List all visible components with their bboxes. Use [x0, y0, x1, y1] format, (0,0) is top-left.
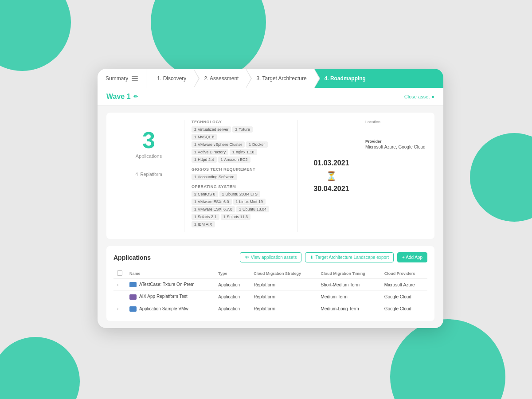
tab-assessment[interactable]: 2. Assessment: [193, 69, 246, 88]
decorative-circle-top-center: [151, 0, 266, 80]
summary-center-panel: 01.03.2021 ⏳ 30.04.2021: [305, 120, 358, 232]
row-name: Application Sample VMw: [126, 303, 215, 315]
row-timing: Medium Term: [317, 291, 381, 303]
summary-card: 3 Applications 4 Replatform TECHNOLOGY 2…: [106, 113, 434, 239]
tab-roadmapping[interactable]: 4. Roadmapping: [314, 69, 443, 88]
giggos-title: GIGGOS TECH REQUIREMENT: [192, 167, 290, 172]
tab-discovery[interactable]: 1. Discovery: [146, 69, 193, 88]
navigation-bar: Summary 1. Discovery 2. Assessment 3. Ta…: [98, 69, 443, 88]
wave-title: Wave 1 ✏: [106, 93, 138, 101]
row-strategy: Replatform: [250, 303, 317, 315]
row-chevron-cell: ›: [113, 303, 126, 315]
technology-title: TECHNOLOGY: [192, 120, 290, 124]
col-timing: Cloud Migration Timing: [317, 269, 381, 279]
row-type: Application: [215, 279, 250, 291]
applications-title: Applications: [113, 254, 151, 261]
provider-label: Provider: [365, 139, 427, 144]
add-app-button[interactable]: + Add App: [397, 252, 427, 262]
row-providers: Google Cloud: [381, 291, 427, 303]
summary-middle-panel: TECHNOLOGY 2 Virtualized server 2 Txture…: [192, 120, 298, 232]
giggos-tech-section: GIGGOS TECH REQUIREMENT 1 Accounting Sof…: [192, 167, 290, 180]
col-strategy: Cloud Migration Strategy: [250, 269, 317, 279]
nav-summary[interactable]: Summary: [98, 69, 146, 88]
app-icon: [129, 306, 137, 312]
summary-label: Summary: [106, 75, 128, 82]
provider-value: Microsoft Azure, Google Cloud: [365, 145, 427, 149]
app-icon: [129, 294, 137, 300]
decorative-circle-top-left: [0, 0, 71, 71]
applications-section: Applications 👁 View application assets ⬇…: [106, 246, 434, 321]
row-name: AIX App Replatform Test: [126, 291, 215, 303]
location-section: Location: [365, 120, 427, 126]
provider-section: Provider Microsoft Azure, Google Cloud: [365, 139, 427, 149]
date-start: 01.03.2021: [313, 159, 349, 167]
decorative-circle-bottom-left: [0, 337, 80, 399]
applications-actions: 👁 View application assets ⬇ Target Archi…: [240, 252, 427, 262]
main-tablet: Summary 1. Discovery 2. Assessment 3. Ta…: [98, 69, 443, 328]
row-strategy: Replatform: [250, 291, 317, 303]
table-row[interactable]: AIX App Replatform Test Application Repl…: [113, 291, 427, 303]
replatform-count: 4: [135, 172, 138, 177]
col-checkbox: [113, 269, 126, 279]
decorative-circle-right: [470, 133, 532, 222]
row-chevron-cell: ›: [113, 279, 126, 291]
hourglass-icon: ⏳: [326, 171, 337, 181]
chevron-icon: ›: [117, 306, 118, 311]
row-strategy: Replatform: [250, 279, 317, 291]
table-row[interactable]: › Application Sample VMw Application Rep…: [113, 303, 427, 315]
download-icon: ⬇: [310, 255, 313, 260]
applications-label: Applications: [136, 153, 162, 159]
date-end: 30.04.2021: [313, 185, 349, 193]
summary-right-panel: Location Provider Microsoft Azure, Googl…: [365, 120, 427, 232]
row-name: ATestCase: Txture On-Prem: [126, 279, 215, 291]
applications-count: 3: [142, 129, 155, 152]
wave-label: Wave 1: [106, 93, 131, 101]
decorative-circle-bottom-right: [390, 319, 505, 399]
row-type: Application: [215, 291, 250, 303]
menu-icon: [132, 76, 138, 81]
row-timing: Short-Medium Term: [317, 279, 381, 291]
row-providers: Google Cloud: [381, 303, 427, 315]
applications-header: Applications 👁 View application assets ⬇…: [113, 252, 427, 262]
os-title: OPERATING SYSTEM: [192, 184, 290, 189]
applications-table: Name Type Cloud Migration Strategy Cloud…: [113, 269, 427, 315]
content-area: 3 Applications 4 Replatform TECHNOLOGY 2…: [98, 106, 443, 328]
chevron-icon: ›: [117, 282, 118, 287]
close-circle-icon: ●: [431, 94, 434, 99]
summary-left-panel: 3 Applications 4 Replatform: [113, 120, 184, 232]
app-icon: [129, 282, 137, 287]
edit-icon[interactable]: ✏: [133, 94, 138, 100]
view-assets-button[interactable]: 👁 View application assets: [240, 252, 302, 262]
row-chevron-cell: [113, 291, 126, 303]
table-row[interactable]: › ATestCase: Txture On-Prem Application …: [113, 279, 427, 291]
col-name: Name: [126, 269, 215, 279]
select-all-checkbox[interactable]: [117, 270, 122, 276]
location-label: Location: [365, 120, 427, 124]
col-providers: Cloud Providers: [381, 269, 427, 279]
col-type: Type: [215, 269, 250, 279]
row-timing: Medium-Long Term: [317, 303, 381, 315]
os-section: OPERATING SYSTEM 2 CentOS 8 1 Ubuntu 20.…: [192, 184, 290, 227]
sub-header: Wave 1 ✏ Close asset ●: [98, 88, 443, 106]
close-asset-button[interactable]: Close asset ●: [404, 94, 434, 99]
row-type: Application: [215, 303, 250, 315]
tab-target-architecture[interactable]: 3. Target Architecture: [246, 69, 313, 88]
eye-icon: 👁: [245, 255, 249, 260]
replatform-label: Replatform: [141, 172, 162, 177]
technology-section: TECHNOLOGY 2 Virtualized server 2 Txture…: [192, 120, 290, 163]
export-button[interactable]: ⬇ Target Architecture Landscape export: [305, 252, 394, 262]
row-providers: Microsoft Azure: [381, 279, 427, 291]
